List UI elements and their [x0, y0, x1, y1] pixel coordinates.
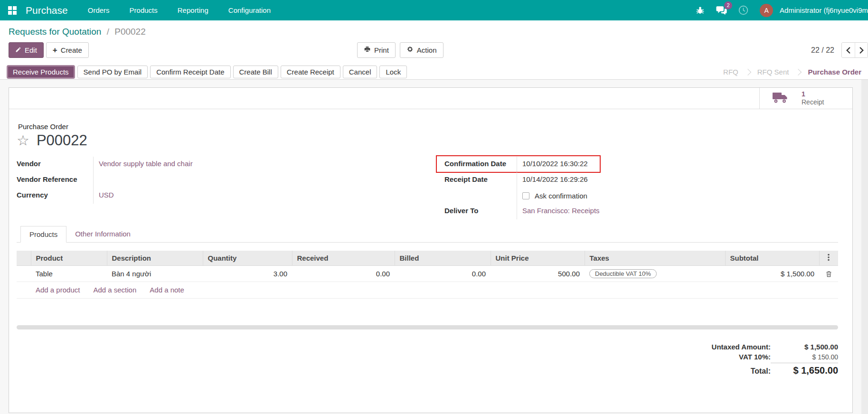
cell-product[interactable]: Table [31, 266, 107, 282]
row-handle-header [17, 251, 31, 266]
cancel-button[interactable]: Cancel [343, 66, 377, 78]
create-bill-button[interactable]: Create Bill [233, 66, 278, 78]
cell-subtotal: $ 1,500.00 [725, 266, 819, 282]
stage-separator-icon [745, 68, 751, 75]
pager-next-icon[interactable] [855, 43, 868, 57]
confirmation-date-label: Confirmation Date [444, 157, 517, 172]
menu-products[interactable]: Products [130, 6, 158, 14]
receipt-date-value[interactable]: 10/14/2022 16:29:26 [517, 172, 838, 188]
delete-line-icon[interactable] [824, 270, 833, 278]
vendor-value[interactable]: Vendor supply table and chair [99, 160, 193, 168]
cell-description[interactable]: Bàn 4 người [107, 266, 203, 282]
total-value: $ 1,650.00 [771, 363, 838, 376]
table-footer-links: Add a product Add a section Add a note [17, 282, 838, 299]
ask-confirmation-label: Ask confirmation [535, 192, 587, 200]
cell-received[interactable]: 0.00 [292, 266, 395, 282]
activities-icon[interactable] [738, 5, 748, 15]
apps-grid-icon[interactable] [8, 6, 17, 15]
bug-icon[interactable] [696, 6, 705, 15]
print-icon [364, 45, 371, 55]
main-menu: Orders Products Reporting Configuration [88, 6, 271, 14]
button-box: 1 Receipt [9, 88, 852, 109]
send-po-by-email-button[interactable]: Send PO by Email [77, 66, 148, 78]
notebook-tabs: Products Other Information [17, 226, 838, 243]
confirmation-date-value[interactable]: 10/10/2022 16:30:22 [517, 157, 838, 172]
pager-prev-icon[interactable] [842, 43, 855, 57]
column-options-icon[interactable] [819, 251, 838, 266]
breadcrumb: Requests for Quotation / P00022 [9, 27, 859, 37]
receive-products-button[interactable]: Receive Products [7, 65, 75, 79]
app-name[interactable]: Purchase [26, 5, 68, 16]
create-receipt-button[interactable]: Create Receipt [281, 66, 340, 78]
breadcrumb-current: P00022 [114, 27, 146, 37]
stage-rfq[interactable]: RFQ [723, 68, 738, 76]
receipt-count: 1 [802, 90, 824, 98]
print-button[interactable]: Print [357, 42, 396, 58]
odoo-purchase-window: Purchase Orders Products Reporting Confi… [0, 0, 868, 414]
col-product[interactable]: Product [31, 251, 107, 266]
ask-confirmation-checkbox[interactable] [522, 192, 529, 199]
favorite-icon[interactable]: ☆ [17, 133, 29, 148]
stage-purchase-order[interactable]: Purchase Order [808, 68, 861, 76]
menu-reporting[interactable]: Reporting [178, 6, 208, 14]
status-pipeline: RFQ RFQ Sent Purchase Order [723, 68, 861, 76]
tab-other-information[interactable]: Other Information [66, 226, 139, 242]
create-icon: + [53, 47, 57, 54]
menu-orders[interactable]: Orders [88, 6, 110, 14]
breadcrumb-parent[interactable]: Requests for Quotation [9, 27, 101, 37]
row-handle[interactable] [17, 266, 31, 282]
vendor-label: Vendor [17, 157, 93, 172]
col-received[interactable]: Received [292, 251, 395, 266]
vendor-reference-value[interactable] [93, 172, 427, 188]
table-row[interactable]: Table Bàn 4 người 3.00 0.00 0.00 500.00 … [17, 266, 838, 282]
total-label: Total: [751, 367, 771, 376]
col-unit-price[interactable]: Unit Price [491, 251, 585, 266]
order-lines-table: Product Description Quantity Received Bi… [17, 251, 838, 282]
action-button[interactable]: Action [400, 42, 443, 58]
pager [841, 42, 868, 58]
cell-unit-price[interactable]: 500.00 [491, 266, 585, 282]
doc-type-label: Purchase Order [18, 122, 838, 131]
action-icon [406, 45, 414, 55]
vat-value: $ 150.00 [771, 353, 838, 361]
untaxed-amount-label: Untaxed Amount: [712, 343, 771, 351]
vat-label: VAT 10%: [739, 353, 771, 361]
confirm-receipt-date-button[interactable]: Confirm Receipt Date [150, 66, 230, 78]
messages-icon[interactable]: 2 [716, 6, 727, 15]
receipt-label: Receipt [802, 98, 824, 106]
lock-button[interactable]: Lock [379, 66, 407, 78]
user-menu[interactable]: Administrator (fj6nyue0vi9m [780, 6, 868, 14]
table-header-row: Product Description Quantity Received Bi… [17, 251, 838, 266]
currency-value[interactable]: USD [99, 191, 114, 199]
cell-billed[interactable]: 0.00 [395, 266, 491, 282]
col-subtotal[interactable]: Subtotal [725, 251, 819, 266]
edit-button[interactable]: Edit [9, 42, 44, 58]
untaxed-amount-value: $ 1,500.00 [771, 343, 838, 351]
add-a-section-link[interactable]: Add a section [93, 286, 136, 294]
statusbar: Receive Products Send PO by Email Confir… [0, 65, 868, 80]
col-quantity[interactable]: Quantity [203, 251, 292, 266]
add-a-note-link[interactable]: Add a note [150, 286, 184, 294]
table-horizontal-scrollbar[interactable] [17, 325, 838, 329]
col-taxes[interactable]: Taxes [585, 251, 725, 266]
messages-count-badge: 2 [724, 1, 732, 9]
stage-separator-icon [795, 68, 802, 75]
vendor-reference-label: Vendor Reference [17, 172, 93, 188]
col-billed[interactable]: Billed [395, 251, 491, 266]
cell-quantity[interactable]: 3.00 [203, 266, 292, 282]
tab-products[interactable]: Products [20, 226, 66, 243]
add-a-product-link[interactable]: Add a product [36, 286, 80, 294]
deliver-to-value[interactable]: San Francisco: Receipts [522, 207, 600, 215]
deliver-to-label: Deliver To [444, 204, 517, 219]
tax-badge[interactable]: Deductible VAT 10% [589, 269, 657, 278]
receipt-truck-icon [772, 91, 788, 105]
create-button[interactable]: + Create [46, 42, 89, 58]
col-description[interactable]: Description [107, 251, 203, 266]
menu-configuration[interactable]: Configuration [228, 6, 271, 14]
pager-value: 22 / 22 [811, 46, 834, 55]
vertical-scrollbar[interactable] [861, 80, 868, 414]
receipt-smart-button[interactable]: 1 Receipt [759, 88, 852, 109]
stage-rfq-sent[interactable]: RFQ Sent [757, 68, 789, 76]
totals-block: Untaxed Amount: $ 1,500.00 VAT 10%: $ 15… [17, 343, 838, 378]
user-avatar[interactable]: A [760, 4, 773, 17]
